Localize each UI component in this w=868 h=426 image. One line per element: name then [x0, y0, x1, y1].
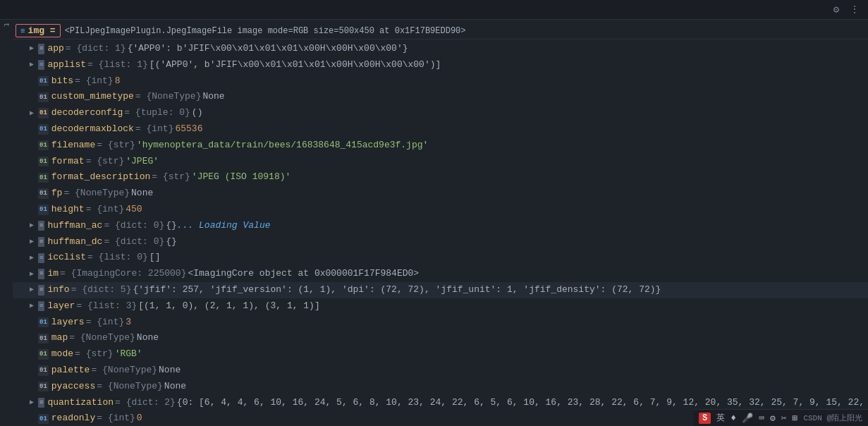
- tree-row-layers[interactable]: 01layers= {int} 3: [13, 315, 868, 331]
- type-ann-readonly: = {int}: [97, 411, 135, 426]
- key-fp: fp: [51, 186, 63, 201]
- key-layers: layers: [51, 315, 85, 330]
- tree-row-filename[interactable]: 01filename= {str} 'hymenoptera_data/trai…: [13, 138, 868, 154]
- value-readonly: 0: [137, 411, 142, 426]
- type-ann-decodermaxblock: = {int}: [135, 122, 174, 137]
- value-applist: [('APP0', b'JFIF\x00\x01\x01\x01\x00H\x0…: [149, 58, 441, 73]
- tree-row-format[interactable]: 01format= {str} 'JPEG': [13, 154, 868, 170]
- expand-icon-layer[interactable]: [27, 301, 37, 311]
- tree-row-info[interactable]: ≡info= {dict: 5} {'jfif': 257, 'jfif_ver…: [13, 282, 868, 298]
- tree-row-icclist[interactable]: ≡icclist= {list: 0} []: [13, 250, 868, 266]
- none-type-icon: 01: [38, 334, 49, 343]
- tree-row-huffman_dc[interactable]: ≡huffman_dc= {dict: 0} {}: [13, 234, 868, 250]
- expand-icon-huffman_dc[interactable]: [27, 237, 37, 247]
- key-decodermaxblock: decodermaxblock: [51, 122, 134, 137]
- more-icon[interactable]: ⋮: [848, 4, 861, 16]
- type-ann-quantization: = {dict: 2}: [115, 396, 176, 410]
- list-icon-header: ≡: [20, 27, 25, 35]
- key-app: app: [47, 42, 63, 56]
- debug-panel[interactable]: ≡ img = <PILJpegImagePlugin.JpegImageFil…: [13, 20, 868, 426]
- type-ann-format_description: = {str}: [152, 170, 190, 185]
- tree-row-quantization[interactable]: ≡quantization= {dict: 2} {0: [6, 4, 4, 6…: [13, 395, 868, 411]
- expand-icon-info[interactable]: [27, 285, 37, 295]
- expand-none-format_description: [27, 173, 37, 183]
- key-mode: mode: [51, 347, 73, 362]
- key-huffman_ac: huffman_ac: [47, 219, 102, 233]
- none-type-icon: 01: [38, 382, 49, 391]
- top-bar: ⚙ ⋮: [0, 0, 868, 20]
- tree-row-app[interactable]: ≡app= {dict: 1} {'APP0': b'JFIF\x00\x01\…: [13, 41, 868, 57]
- expand-icon-quantization[interactable]: [27, 398, 37, 408]
- tree-row-layer[interactable]: ≡layer= {list: 3} [(1, 1, 0), (2, 1, 1),…: [13, 298, 868, 315]
- tree-row-pyaccess[interactable]: 01pyaccess= {NoneType} None: [13, 379, 868, 395]
- tree-row-decodermaxblock[interactable]: 01decodermaxblock= {int} 65536: [13, 121, 868, 138]
- expand-icon-im[interactable]: [27, 269, 37, 279]
- type-ann-app: = {dict: 1}: [66, 42, 126, 56]
- type-ann-huffman_ac: = {dict: 0}: [104, 219, 164, 233]
- expand-none-pyaccess: [27, 382, 37, 391]
- type-ann-custom_mimetype: = {NoneType}: [135, 90, 202, 104]
- grid-icon[interactable]: ⊞: [793, 413, 798, 424]
- key-bits: bits: [51, 74, 73, 89]
- int-type-icon: 01: [38, 414, 49, 424]
- taskbar: S 英 ♦ 🎤 ⌨ ⚙ ✂ ⊞ CSDN @陌上阳光: [693, 409, 868, 426]
- type-ann-pyaccess: = {NoneType}: [97, 379, 163, 394]
- expand-icon-icclist[interactable]: [27, 253, 37, 263]
- tree-row-bits[interactable]: 01bits= {int} 8: [13, 73, 868, 90]
- s-logo: S: [699, 413, 711, 424]
- key-custom_mimetype: custom_mimetype: [51, 90, 134, 104]
- type-ann-layers: = {int}: [86, 315, 125, 330]
- key-quantization: quantization: [47, 396, 114, 410]
- tree-row-mode[interactable]: 01mode= {str} 'RGB': [13, 346, 868, 363]
- type-ann-decoderconfig: = {tuple: 0}: [124, 106, 190, 121]
- dict-type-icon: ≡: [38, 44, 44, 54]
- tree-row-map[interactable]: 01map= {NoneType} None: [13, 330, 868, 346]
- none-type-icon: 01: [38, 188, 49, 198]
- csdn-watermark: CSDN @陌上阳光: [803, 413, 862, 423]
- settings-icon[interactable]: ⚙: [830, 4, 843, 16]
- expand-none-fp: [27, 189, 37, 199]
- tree-row-huffman_ac[interactable]: ≡huffman_ac= {dict: 0} {}... Loading Val…: [13, 218, 868, 234]
- tree-row-decoderconfig[interactable]: 01decoderconfig= {tuple: 0} (): [13, 105, 868, 121]
- value-im: <ImagingCore object at 0x000001F17F984ED…: [188, 267, 419, 281]
- tree-row-custom_mimetype[interactable]: 01custom_mimetype= {NoneType} None: [13, 89, 868, 105]
- tree-row-height[interactable]: 01height= {int} 450: [13, 202, 868, 218]
- dict-type-icon: ≡: [38, 269, 44, 279]
- tree-row-format_description[interactable]: 01format_description= {str} 'JPEG (ISO 1…: [13, 169, 868, 185]
- expand-icon-app[interactable]: [27, 44, 37, 54]
- lang-label[interactable]: 英: [716, 412, 725, 424]
- value-quantization: {0: [6, 4, 4, 6, 10, 16, 24, 5, 6, 8, 10…: [177, 396, 868, 410]
- value-palette: None: [159, 363, 181, 378]
- tree-row-im[interactable]: ≡im= {ImagingCore: 225000} <ImagingCore …: [13, 266, 868, 282]
- int-type-icon: 01: [38, 76, 49, 86]
- tree-row-palette[interactable]: 01palette= {NoneType} None: [13, 363, 868, 379]
- expand-icon-applist[interactable]: [27, 60, 37, 70]
- key-decoderconfig: decoderconfig: [51, 106, 123, 121]
- content-area: t ≡ img = <PILJpegImagePlugin.JpegImageF…: [0, 20, 868, 426]
- tree-row-applist[interactable]: ≡applist= {list: 1} [('APP0', b'JFIF\x00…: [13, 57, 868, 73]
- tree-row-fp[interactable]: 01fp= {NoneType} None: [13, 185, 868, 202]
- str-type-icon: 01: [38, 173, 49, 183]
- keyboard-icon[interactable]: ⌨: [759, 413, 764, 424]
- mic-icon[interactable]: 🎤: [742, 413, 753, 424]
- int-type-icon: 01: [38, 205, 49, 214]
- dict-type-icon: ≡: [38, 237, 44, 247]
- expand-icon-huffman_ac[interactable]: [27, 221, 37, 231]
- gear-icon-taskbar[interactable]: ⚙: [770, 413, 776, 424]
- tree-container: ≡app= {dict: 1} {'APP0': b'JFIF\x00\x01\…: [13, 41, 868, 426]
- dict-type-icon: ≡: [38, 221, 44, 231]
- key-palette: palette: [51, 363, 90, 378]
- value-map: None: [137, 331, 159, 346]
- type-ann-layer: = {list: 3}: [76, 299, 137, 314]
- left-nav-label: t: [2, 23, 11, 28]
- left-nav: t: [0, 20, 13, 426]
- key-applist: applist: [47, 58, 86, 73]
- taskbar-icon-1[interactable]: ♦: [731, 413, 736, 423]
- none-type-icon: 01: [38, 365, 49, 375]
- expand-icon-decoderconfig[interactable]: [27, 109, 37, 118]
- value-huffman_dc: {}: [166, 235, 177, 250]
- type-ann-height: = {int}: [86, 202, 125, 217]
- key-im: im: [47, 267, 59, 281]
- cut-icon[interactable]: ✂: [781, 413, 787, 424]
- value-layer: [(1, 1, 0), (2, 1, 1), (3, 1, 1)]: [138, 299, 319, 314]
